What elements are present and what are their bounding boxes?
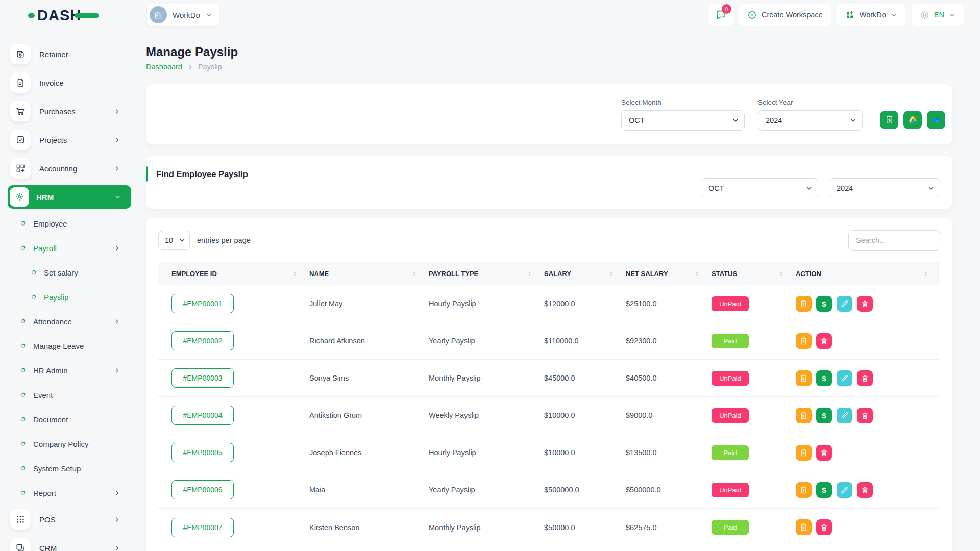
sidebar-item-accounting[interactable]: Accounting — [8, 154, 134, 183]
sort-icon[interactable] — [922, 270, 929, 277]
actions-cell: $ — [796, 333, 940, 349]
status-badge: UnPaid — [712, 371, 749, 386]
sort-icon[interactable] — [411, 270, 418, 277]
payslip-button[interactable]: $ — [796, 445, 812, 461]
sidebar-item-report[interactable]: Report — [8, 481, 134, 505]
breadcrumb-separator-icon — [187, 64, 193, 70]
pay-button[interactable]: $ — [816, 296, 832, 312]
pay-button[interactable]: $ — [816, 370, 832, 386]
sidebar-item-attendance[interactable]: Attendance — [8, 309, 134, 334]
breadcrumb: Dashboard Payslip — [146, 63, 952, 71]
column-header-name[interactable]: NAME — [309, 270, 429, 278]
delete-button[interactable] — [857, 370, 873, 386]
column-header-payroll-type[interactable]: PAYROLL TYPE — [429, 270, 544, 278]
sidebar-item-pos[interactable]: POS — [8, 505, 134, 534]
onedrive-export-button[interactable] — [927, 111, 945, 129]
sidebar-item-label: CRM — [39, 544, 57, 551]
svg-text:$: $ — [802, 451, 804, 455]
employee-id-badge[interactable]: #EMP00007 — [172, 518, 234, 537]
employee-id-badge[interactable]: #EMP00003 — [172, 368, 234, 388]
page-size-select[interactable]: 10 — [158, 231, 190, 250]
edit-button[interactable] — [837, 482, 852, 498]
breadcrumb-dashboard-link[interactable]: Dashboard — [146, 63, 182, 71]
pay-button[interactable]: $ — [816, 482, 832, 498]
sidebar-item-employee[interactable]: Employee — [8, 211, 134, 236]
messages-button[interactable]: 0 — [709, 4, 733, 26]
create-workspace-button[interactable]: Create Workspace — [739, 4, 831, 26]
app-switcher-button[interactable]: WorkDo — [837, 4, 905, 26]
column-header-status[interactable]: STATUS — [712, 270, 796, 278]
sidebar-item-set-salary[interactable]: Set salary — [8, 260, 134, 285]
delete-button[interactable] — [857, 408, 873, 423]
payslip-button[interactable]: $ — [796, 519, 812, 535]
year-select[interactable]: 2024 — [758, 110, 863, 131]
employee-id-badge[interactable]: #EMP00002 — [172, 331, 234, 350]
delete-button[interactable] — [857, 296, 873, 312]
delete-button[interactable] — [816, 519, 832, 535]
sort-icon[interactable] — [526, 270, 533, 277]
sidebar-item-hr-admin[interactable]: HR Admin — [8, 358, 134, 383]
payslip-button[interactable]: $ — [796, 408, 812, 423]
sidebar-item-hrm[interactable]: HRM — [8, 185, 131, 209]
grid-plus-icon — [845, 10, 855, 20]
employee-id-badge[interactable]: #EMP00004 — [172, 406, 234, 425]
bullet-icon — [20, 417, 26, 422]
sort-icon[interactable] — [608, 270, 615, 277]
building-icon — [153, 10, 163, 20]
chevron-down-icon — [114, 194, 121, 201]
sidebar-item-label: Invoice — [39, 79, 64, 87]
salary-cell: $500000.0 — [544, 486, 626, 494]
status-badge: Paid — [712, 445, 749, 460]
salary-cell: $10000.0 — [544, 448, 626, 457]
sidebar-item-document[interactable]: Document — [8, 407, 134, 432]
edit-button[interactable] — [837, 370, 852, 386]
sort-icon[interactable] — [291, 270, 298, 277]
salary-cell: $12000.0 — [544, 299, 626, 308]
sidebar-item-purchases[interactable]: Purchases — [8, 97, 134, 126]
edit-button[interactable] — [837, 296, 852, 312]
sort-icon[interactable] — [778, 270, 785, 277]
column-header-action[interactable]: ACTION — [796, 270, 940, 278]
salary-cell: $45000.0 — [544, 374, 626, 382]
google-drive-export-button[interactable] — [903, 111, 922, 129]
payslip-button[interactable]: $ — [796, 370, 812, 386]
payslip-button[interactable]: $ — [796, 296, 812, 312]
sidebar-item-retainer[interactable]: Retainer — [8, 40, 134, 68]
language-button[interactable]: EN — [912, 4, 964, 26]
employee-id-badge[interactable]: #EMP00005 — [172, 443, 234, 462]
bulk-payslip-button[interactable]: $ — [880, 111, 898, 129]
sidebar-item-payslip[interactable]: Payslip — [8, 285, 134, 309]
sidebar-item-invoice[interactable]: Invoice — [8, 68, 134, 97]
sidebar-item-payroll[interactable]: Payroll — [8, 236, 134, 260]
sidebar-item-manage-leave[interactable]: Manage Leave — [8, 334, 134, 358]
column-header-salary[interactable]: SALARY — [544, 270, 626, 278]
delete-button[interactable] — [816, 445, 832, 461]
sidebar-item-crm[interactable]: CRM — [8, 534, 134, 551]
net-salary-cell: $62575.0 — [626, 523, 712, 532]
delete-button[interactable] — [857, 482, 873, 498]
edit-button[interactable] — [837, 408, 852, 423]
sidebar-item-projects[interactable]: Projects — [8, 126, 134, 154]
sidebar-item-event[interactable]: Event — [8, 383, 134, 407]
delete-button[interactable] — [816, 333, 832, 349]
employee-id-badge[interactable]: #EMP00001 — [172, 294, 234, 313]
column-header-net-salary[interactable]: NET SALARY — [626, 270, 712, 278]
workspace-avatar — [150, 6, 167, 23]
column-header-employee-id[interactable]: EMPLOYEE ID — [172, 270, 309, 278]
status-cell: UnPaid — [712, 371, 796, 386]
sort-icon[interactable] — [694, 270, 700, 277]
status-badge: Paid — [712, 520, 749, 535]
pay-button[interactable]: $ — [816, 408, 832, 423]
sidebar-item-system-setup[interactable]: System Setup — [8, 456, 134, 481]
payslip-button[interactable]: $ — [796, 333, 812, 349]
workspace-name: WorkDo — [173, 11, 200, 19]
workspace-switcher[interactable]: WorkDo — [147, 4, 219, 26]
find-year-select[interactable]: 2024 — [829, 178, 940, 198]
payslip-button[interactable]: $ — [796, 482, 812, 498]
globe-icon — [920, 10, 929, 20]
month-select[interactable]: OCT — [621, 110, 745, 131]
employee-id-badge[interactable]: #EMP00006 — [172, 480, 234, 499]
find-month-select[interactable]: OCT — [701, 178, 818, 198]
sidebar-item-company-policy[interactable]: Company Policy — [8, 432, 134, 456]
search-input[interactable] — [848, 230, 940, 251]
